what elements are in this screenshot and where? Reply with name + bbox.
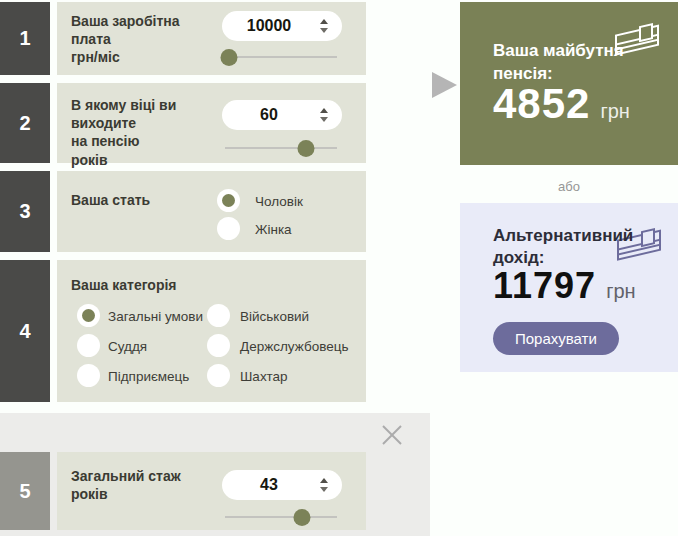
salary-panel: Ваша заробітна плата грн/міс 10000 (57, 2, 366, 75)
stepper-down-icon[interactable] (320, 117, 328, 122)
row-salary: 1 Ваша заробітна плата грн/міс 10000 (0, 2, 366, 75)
radio-civil-servant-label[interactable]: Держслужбовець (240, 339, 348, 354)
arrow-right-icon (432, 72, 457, 98)
radio-general[interactable] (77, 304, 100, 327)
slider-thumb[interactable] (294, 509, 311, 526)
radio-dot (222, 194, 235, 207)
row-retirement-age: 2 В якому віці ви виходите на пенсію рок… (0, 83, 366, 163)
slider-thumb[interactable] (297, 140, 314, 157)
row-category: 4 Ваша категорія Загальні умови Військов… (0, 260, 366, 402)
calculate-button[interactable]: Порахувати (493, 322, 619, 355)
salary-slider[interactable] (225, 49, 337, 66)
future-pension-title: Ваша майбутня пенсія: (493, 40, 638, 86)
step-number-1: 1 (0, 2, 50, 75)
step-number-2: 2 (0, 83, 50, 163)
alternative-income-title: Альтернативний дохід: (493, 225, 638, 269)
radio-judge-label[interactable]: Суддя (108, 339, 147, 354)
experience-value: 43 (222, 470, 316, 500)
radio-general-label[interactable]: Загальні умови (108, 309, 203, 324)
experience-stepper (318, 470, 330, 500)
age-label: В якому віці ви виходите на пенсію років (71, 96, 221, 169)
experience-label: Загальний стаж років (71, 467, 221, 503)
slider-track[interactable] (225, 56, 337, 58)
future-pension-currency: грн (600, 100, 629, 123)
salary-value: 10000 (222, 11, 316, 41)
radio-military[interactable] (207, 304, 230, 327)
gender-panel: Ваша стать Чоловік Жінка (57, 171, 366, 252)
radio-military-label[interactable]: Військовий (240, 309, 309, 324)
row-gender: 3 Ваша стать Чоловік Жінка (0, 171, 366, 252)
slider-thumb[interactable] (221, 49, 238, 66)
age-value: 60 (222, 100, 316, 130)
age-slider[interactable] (225, 140, 337, 157)
salary-input[interactable]: 10000 (222, 11, 342, 41)
alternative-income-panel: Альтернативний дохід: 11797 грн Порахува… (460, 203, 678, 372)
step-number-3: 3 (0, 171, 50, 252)
pension-calculator: 1 Ваша заробітна плата грн/міс 10000 2 В… (0, 0, 678, 536)
radio-female-label[interactable]: Жінка (255, 222, 292, 237)
stepper-up-icon[interactable] (320, 478, 328, 483)
stepper-down-icon[interactable] (320, 28, 328, 33)
step-number-5: 5 (0, 452, 50, 530)
alternative-income-value: 11797 (493, 265, 596, 307)
radio-male-label[interactable]: Чоловік (255, 194, 303, 209)
future-pension-panel: Ваша майбутня пенсія: 4852 грн (460, 2, 678, 165)
or-separator: або (460, 179, 678, 194)
experience-slider[interactable] (225, 509, 337, 526)
future-pension-value: 4852 (493, 80, 590, 128)
radio-entrepreneur-label[interactable]: Підприємець (108, 369, 189, 384)
stepper-up-icon[interactable] (320, 19, 328, 24)
gender-label: Ваша стать (71, 191, 221, 209)
radio-male[interactable] (217, 189, 240, 212)
slider-track[interactable] (225, 516, 337, 518)
slider-track[interactable] (225, 147, 337, 149)
radio-civil-servant[interactable] (207, 334, 230, 357)
experience-input[interactable]: 43 (222, 470, 342, 500)
radio-entrepreneur[interactable] (77, 364, 100, 387)
radio-miner[interactable] (207, 364, 230, 387)
salary-label: Ваша заробітна плата грн/міс (71, 12, 221, 67)
radio-dot (82, 309, 95, 322)
age-panel: В якому віці ви виходите на пенсію років… (57, 83, 366, 163)
stepper-up-icon[interactable] (320, 108, 328, 113)
experience-panel: Загальний стаж років 43 (57, 452, 366, 530)
age-input[interactable]: 60 (222, 100, 342, 130)
radio-female[interactable] (217, 217, 240, 240)
age-stepper (318, 100, 330, 130)
step-number-4: 4 (0, 260, 50, 402)
experience-section: 5 Загальний стаж років 43 (0, 413, 430, 536)
category-panel: Ваша категорія Загальні умови Військовий… (57, 260, 366, 402)
stepper-down-icon[interactable] (320, 487, 328, 492)
category-label: Ваша категорія (71, 276, 271, 294)
row-experience: 5 Загальний стаж років 43 (0, 452, 366, 530)
alternative-income-currency: грн (606, 280, 635, 303)
close-icon[interactable] (381, 424, 403, 446)
radio-miner-label[interactable]: Шахтар (240, 369, 288, 384)
salary-stepper (318, 11, 330, 41)
radio-judge[interactable] (77, 334, 100, 357)
